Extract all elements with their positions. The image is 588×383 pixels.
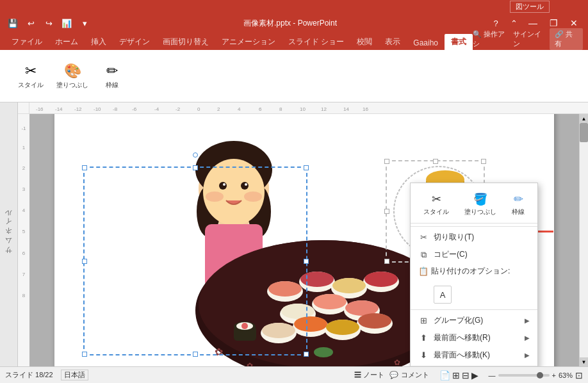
fit-page-btn[interactable]: ⊡ xyxy=(575,370,583,380)
signin-btn[interactable]: サインイン xyxy=(513,29,546,49)
undo-btn[interactable]: ↩ xyxy=(23,15,38,31)
cm-paste-options-item: 📋 貼り付けのオプション: A xyxy=(411,263,537,307)
svg-point-64 xyxy=(313,294,347,309)
tab-animations[interactable]: アニメーション xyxy=(215,34,282,50)
ribbon-group-style: ✂ スタイル 🎨 塗りつぶし ✏ 枠線 xyxy=(5,53,136,99)
scroll-thumb-v[interactable] xyxy=(580,123,588,142)
svg-text:8: 8 xyxy=(22,293,26,298)
svg-point-74 xyxy=(241,323,248,329)
zoom-out-btn[interactable]: — xyxy=(489,371,496,379)
svg-text:✿: ✿ xyxy=(215,346,223,357)
zoom-level: 63% xyxy=(559,371,573,379)
cm-copy-label: コピー(C) xyxy=(434,249,468,260)
cm-fill-label: 塗りつぶし xyxy=(464,208,496,216)
view-slideshow-btn[interactable]: ▶ xyxy=(471,370,478,380)
cm-cut-label: 切り取り(T) xyxy=(434,232,474,243)
svg-text:3: 3 xyxy=(22,186,26,192)
comment-btn[interactable]: 💬 コメント xyxy=(389,370,429,380)
svg-text:8: 8 xyxy=(279,106,282,112)
paste-option-a[interactable]: A xyxy=(434,286,452,304)
save-quick-btn[interactable]: 💾 xyxy=(5,15,20,31)
cm-cut-item[interactable]: ✂ 切り取り(T) xyxy=(411,229,537,246)
view-normal-btn[interactable]: 📄 xyxy=(439,370,450,380)
tab-gaaiho[interactable]: Gaaiho xyxy=(407,36,445,50)
tab-view[interactable]: 表示 xyxy=(379,34,407,50)
cm-bring-front-label: 最前面へ移動(R) xyxy=(434,332,491,343)
cm-group-item[interactable]: ⊞ グループ化(G) ▶ xyxy=(411,312,537,329)
note-btn[interactable]: ☰ ノート xyxy=(354,370,384,380)
fill-btn[interactable]: 🎨 塗りつぶし xyxy=(51,60,94,92)
scroll-up-btn[interactable]: ▲ xyxy=(580,114,589,123)
svg-point-70 xyxy=(314,347,333,357)
operation-assist-btn[interactable]: 🔍 操作アシ xyxy=(473,29,509,49)
sidebar-thumbnails: サムネイル xyxy=(0,102,18,366)
cm-copy-item[interactable]: ⧉ コピー(C) xyxy=(411,246,537,263)
svg-point-61 xyxy=(300,272,334,287)
svg-text:14: 14 xyxy=(343,106,349,112)
style-icon: ✂ xyxy=(25,63,37,79)
cm-paste-icon: 📋 xyxy=(418,266,429,276)
cm-paste-label: 貼り付けのオプション: xyxy=(431,266,510,277)
chart-btn[interactable]: 📊 xyxy=(59,15,74,31)
cm-border-label: 枠線 xyxy=(512,208,525,216)
svg-text:-4: -4 xyxy=(154,106,159,112)
view-slide-sorter-btn[interactable]: ⊞ xyxy=(452,370,460,380)
svg-point-34 xyxy=(241,182,249,190)
border-btn[interactable]: ✏ 枠線 xyxy=(96,60,128,92)
svg-text:1: 1 xyxy=(22,145,26,151)
fill-label: 塗りつぶし xyxy=(56,81,88,90)
cm-group-label: グループ化(G) xyxy=(434,315,483,326)
tab-transitions[interactable]: 画面切り替え xyxy=(156,34,215,50)
share-btn[interactable]: 🔗 共有 xyxy=(550,28,583,50)
zoom-in-btn[interactable]: + xyxy=(552,371,556,379)
context-menu-header: ✂ スタイル 🪣 塗りつぶし ✏ 枠線 xyxy=(411,186,537,224)
cm-group-icon: ⊞ xyxy=(418,316,429,325)
dropdown-arrow[interactable]: ▾ xyxy=(77,15,92,31)
ruler-vertical: -1 1 2 3 4 5 6 7 8 xyxy=(18,114,29,366)
svg-text:6: 6 xyxy=(259,106,262,112)
svg-text:-16: -16 xyxy=(36,106,44,112)
cm-bring-front-item[interactable]: ⬆ 最前面へ移動(R) ▶ xyxy=(411,329,537,346)
view-reading-btn[interactable]: ⊟ xyxy=(462,370,470,380)
cm-style-btn[interactable]: ✂ スタイル xyxy=(418,190,454,219)
tab-insert[interactable]: 挿入 xyxy=(85,34,113,50)
slide-canvas: ✿ ✿ ✿ ✿ xyxy=(54,114,554,366)
tab-file[interactable]: ファイル xyxy=(5,34,49,50)
cm-send-back-item[interactable]: ⬇ 最背面へ移動(K) ▶ xyxy=(411,346,537,364)
redo-btn[interactable]: ↪ xyxy=(41,15,56,31)
slide-info: スライド 18/22 xyxy=(5,370,53,380)
border-label: 枠線 xyxy=(106,81,118,90)
tab-home[interactable]: ホーム xyxy=(49,34,85,50)
svg-point-38 xyxy=(244,192,262,202)
slide-scroll-area[interactable]: ✿ ✿ ✿ ✿ xyxy=(29,114,579,366)
svg-text:4: 4 xyxy=(238,106,241,112)
svg-rect-18 xyxy=(18,114,29,366)
tab-slideshow[interactable]: スライド ショー xyxy=(282,34,350,50)
scroll-down-btn[interactable]: ▼ xyxy=(580,357,589,366)
cm-border-btn[interactable]: ✏ 枠線 xyxy=(507,190,530,219)
tab-design[interactable]: デザイン xyxy=(113,34,156,50)
ruler-top: -16 -14 -12 -10 -8 -6 -4 -2 0 2 4 6 8 10 xyxy=(18,102,588,114)
svg-text:-12: -12 xyxy=(74,106,82,112)
svg-text:5: 5 xyxy=(22,229,26,234)
zoom-slider[interactable] xyxy=(498,374,550,377)
ruler-horizontal: -16 -14 -12 -10 -8 -6 -4 -2 0 2 4 6 8 10 xyxy=(29,102,588,113)
vertical-scrollbar[interactable]: ▲ ▼ xyxy=(579,114,588,366)
scroll-track-v xyxy=(580,123,588,357)
zoom-thumb[interactable] xyxy=(537,372,543,379)
cm-fill-btn[interactable]: 🪣 塗りつぶし xyxy=(459,190,502,219)
cm-bring-front-arrow: ▶ xyxy=(525,334,530,341)
cm-fill-icon: 🪣 xyxy=(473,192,487,206)
cm-send-back-label: 最背面へ移動(K) xyxy=(434,350,490,361)
tab-format[interactable]: 書式 xyxy=(445,34,473,50)
sidebar-label: サムネイル xyxy=(4,211,13,258)
svg-text:-8: -8 xyxy=(113,106,118,112)
style-btn[interactable]: ✂ スタイル xyxy=(13,60,49,92)
cm-group-arrow: ▶ xyxy=(525,317,530,324)
svg-text:-14: -14 xyxy=(55,106,63,112)
svg-text:-6: -6 xyxy=(132,106,137,112)
cm-border-icon: ✏ xyxy=(514,192,523,206)
svg-point-37 xyxy=(206,192,224,202)
tab-review[interactable]: 校閲 xyxy=(350,34,379,50)
language-indicator: 日本語 xyxy=(61,370,88,380)
